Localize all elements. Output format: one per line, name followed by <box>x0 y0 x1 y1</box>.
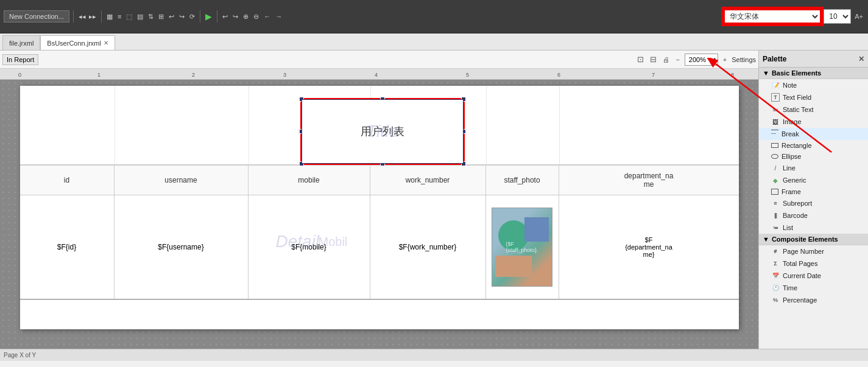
ellipse-label: Ellipse <box>782 153 801 160</box>
v-grid-5 <box>559 86 560 164</box>
detail-section: Detail Mobil $F{id} $F{username} $F{mobi… <box>20 195 739 299</box>
settings-button[interactable]: Settings <box>732 56 756 63</box>
composite-elements-header[interactable]: ▼ Composite Elements <box>759 234 868 245</box>
font-family-selector[interactable]: 华文宋体 <box>724 9 821 24</box>
zoom-selector[interactable]: 200% <box>685 54 718 66</box>
status-text: Page X of Y <box>4 352 36 358</box>
col-header-work: work_number <box>370 166 486 195</box>
arrow-right-icon[interactable]: → <box>274 12 283 21</box>
subreport-icon: ≡ <box>771 199 780 208</box>
in-report-button[interactable]: In Report <box>2 54 38 65</box>
photo-placeholder: ($F{staff_photo}. <box>492 208 552 287</box>
palette-title: Palette <box>763 55 786 63</box>
title-textbox[interactable]: 用户列表 <box>302 99 464 164</box>
nav-fwd-icon[interactable]: ▸▸ <box>88 12 97 21</box>
horizontal-ruler: 0 1 2 3 4 5 6 7 8 <box>0 69 758 80</box>
basic-elements-header[interactable]: ▼ Basic Elements <box>759 68 868 79</box>
palette-item-totalpages[interactable]: Σ Total Pages <box>759 257 868 270</box>
sort-icon[interactable]: ⇅ <box>147 12 155 21</box>
palette-close-icon[interactable]: ✕ <box>858 55 864 63</box>
zoom-in-icon[interactable]: ⊕ <box>242 12 250 21</box>
palette-item-line[interactable]: / Line <box>759 162 868 174</box>
col-header-username: username <box>115 166 249 195</box>
redo-icon[interactable]: ↪ <box>231 12 239 21</box>
group-icon[interactable]: ⊞ <box>157 12 165 21</box>
totalpages-label: Total Pages <box>783 260 817 267</box>
fit-page-icon[interactable]: ⊡ <box>636 54 645 65</box>
time-label: Time <box>783 284 797 292</box>
font-size-up-icon[interactable]: A+ <box>853 12 864 21</box>
tab-close-icon[interactable]: ✕ <box>104 40 108 46</box>
palette-item-break[interactable]: — Break <box>759 128 868 140</box>
v-grid-1 <box>115 86 115 164</box>
table-icon[interactable]: ▦ <box>105 12 114 21</box>
zoom-out-btn[interactable]: − <box>674 55 680 64</box>
arrow-left-icon[interactable]: ← <box>263 12 272 21</box>
tab-bsuserconn[interactable]: BsUserConn.jrxml ✕ <box>40 35 115 50</box>
collapse-icon: ▼ <box>763 69 769 77</box>
pagenumber-label: Page Number <box>783 248 824 255</box>
rectangle-icon <box>771 143 778 148</box>
photo-shape-3 <box>495 256 532 277</box>
pagenumber-icon: # <box>771 247 780 256</box>
palette-item-subreport[interactable]: ≡ Subreport <box>759 197 868 209</box>
separator-4 <box>217 10 217 23</box>
commit-icon[interactable]: ↪ <box>178 12 186 21</box>
zoom-in-btn[interactable]: + <box>722 55 728 64</box>
nav-back-icon[interactable]: ◂◂ <box>77 12 87 21</box>
line-icon: / <box>771 164 780 172</box>
note-label: Note <box>783 82 797 89</box>
fit-width-icon[interactable]: ⊟ <box>649 54 658 65</box>
note-icon: 📝 <box>771 81 780 89</box>
v-grid-4 <box>486 86 487 164</box>
palette-item-rectangle[interactable]: Rectangle <box>759 140 868 151</box>
break-icon: — <box>771 130 778 138</box>
palette-item-generic[interactable]: ◆ Generic <box>759 174 868 186</box>
detail-cell-work: $F{work_number} <box>370 195 486 299</box>
col-header-dept: department_na me <box>559 166 739 195</box>
palette-item-statictext[interactable]: lbl Static Text <box>759 103 868 116</box>
filter-icon[interactable]: ▤ <box>136 12 144 21</box>
palette-item-currentdate[interactable]: 📅 Current Date <box>759 270 868 282</box>
font-size-selector[interactable]: 10 <box>824 9 851 24</box>
palette-item-ellipse[interactable]: Ellipse <box>759 151 868 162</box>
title-section: 用户列表 Title <box>20 86 739 165</box>
ruler-marks: 0 1 2 3 4 5 6 7 8 <box>0 69 758 79</box>
palette-item-frame[interactable]: Frame <box>759 186 868 197</box>
toolbar-right: 华文宋体 10 A+ <box>724 9 864 24</box>
time-icon: 🕐 <box>771 284 780 292</box>
barcode-label: Barcode <box>783 212 808 219</box>
query-icon[interactable]: ⬚ <box>125 12 133 21</box>
palette-panel: Palette ✕ ▼ Basic Elements 📝 Note T Text… <box>758 51 868 349</box>
new-connection-button[interactable]: New Connection... <box>4 10 69 23</box>
palette-item-textfield[interactable]: T Text Field <box>759 91 868 103</box>
generic-label: Generic <box>783 177 806 184</box>
textfield-icon: T <box>771 93 780 102</box>
palette-item-percentage[interactable]: % Percentage <box>759 294 868 306</box>
currentdate-icon: 📅 <box>771 271 780 280</box>
zoom-out-icon[interactable]: ⊖ <box>252 12 260 21</box>
palette-item-barcode[interactable]: ||| Barcode <box>759 209 868 222</box>
palette-item-list[interactable]: ≔ List <box>759 222 868 234</box>
undo-icon[interactable]: ↩ <box>221 12 229 21</box>
palette-item-image[interactable]: 🖼 Image <box>759 116 868 128</box>
palette-item-pagenumber[interactable]: # Page Number <box>759 245 868 257</box>
break-label: Break <box>782 130 799 138</box>
palette-item-time[interactable]: 🕐 Time <box>759 282 868 294</box>
rollback-icon[interactable]: ↩ <box>168 12 175 21</box>
print-icon[interactable]: 🖨 <box>662 55 671 64</box>
sql-icon[interactable]: ≡ <box>116 12 122 21</box>
photo-label-text: ($F{staff_photo}. <box>506 241 538 253</box>
tab-file-jrxml[interactable]: file.jrxml <box>2 35 40 50</box>
detail-cell-mobile: $F{mobile} <box>249 195 370 299</box>
refresh-icon[interactable]: ⟳ <box>188 12 196 21</box>
run-icon[interactable]: ▶ <box>204 11 213 22</box>
report-canvas[interactable]: 用户列表 Title id username mobile <box>0 80 758 349</box>
column-header-section: id username mobile work_number staff_pho… <box>20 165 739 195</box>
basic-elements-label: Basic Elements <box>772 69 821 77</box>
top-toolbar: New Connection... ◂◂ ▸▸ ▦ ≡ ⬚ ▤ ⇅ ⊞ ↩ ↪ … <box>0 0 868 33</box>
palette-item-note[interactable]: 📝 Note <box>759 79 868 91</box>
frame-label: Frame <box>782 188 801 195</box>
detail-cell-dept: $F {department_na me} <box>559 195 739 299</box>
toolbar-icons-group-1: ◂◂ ▸▸ <box>77 12 97 21</box>
